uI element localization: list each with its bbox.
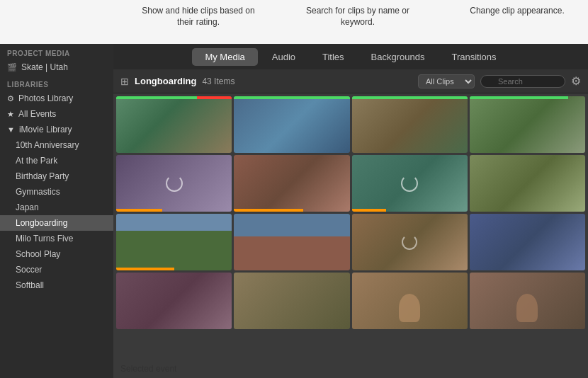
clips-row-2: [116, 155, 585, 212]
clip-item[interactable]: [234, 155, 349, 212]
project-item-label: Skate | Utah: [21, 62, 68, 72]
tab-bar: My Media Audio Titles Backgrounds Transi…: [113, 44, 588, 69]
school-play-label: School Play: [16, 249, 60, 259]
clip-item[interactable]: [470, 214, 585, 270]
clips-row-1: [116, 96, 585, 153]
sidebar-item-soccer[interactable]: Soccer: [0, 262, 113, 277]
settings-icon[interactable]: ⚙: [571, 74, 581, 88]
tab-backgrounds[interactable]: Backgrounds: [358, 48, 438, 66]
loading-spinner: [166, 175, 183, 192]
sidebar-item-school-play[interactable]: School Play: [0, 246, 113, 262]
clip-item[interactable]: [116, 273, 232, 329]
tab-audio[interactable]: Audio: [259, 48, 308, 66]
clip-item[interactable]: [116, 155, 232, 212]
tab-my-media[interactable]: My Media: [192, 48, 257, 66]
selected-event-label: Selected event: [120, 364, 176, 374]
clip-item[interactable]: [352, 155, 468, 212]
sidebar-item-project[interactable]: 🎬 Skate | Utah: [0, 59, 113, 75]
green-bar: [352, 96, 468, 99]
at-the-park-label: At the Park: [16, 156, 57, 166]
photos-library-label: Photos Library: [18, 93, 73, 103]
loading-spinner: [401, 175, 418, 192]
green-bar: [234, 96, 349, 99]
sidebar-item-milo-turns-five[interactable]: Milo Turns Five: [0, 231, 113, 246]
rating-tooltip-text: Show and hide clips based on their ratin…: [142, 6, 254, 27]
orange-bar: [352, 209, 387, 212]
clip-item[interactable]: [352, 273, 468, 329]
sidebar-item-at-the-park[interactable]: At the Park: [0, 153, 113, 168]
clip-item[interactable]: [470, 155, 585, 212]
search-tooltip: Search for clips by name or keyword.: [301, 6, 414, 28]
japan-label: Japan: [16, 202, 39, 212]
longboarding-label: Longboarding: [16, 218, 67, 228]
search-wrapper: 🔍: [480, 75, 565, 88]
orange-bar: [116, 268, 174, 270]
tab-titles[interactable]: Titles: [310, 48, 357, 66]
loading-spinner: [402, 234, 417, 250]
appearance-tooltip: Change clip appearance.: [460, 6, 574, 17]
orange-bar: [116, 209, 162, 212]
clips-row-3: [116, 214, 585, 270]
10th-anniversary-label: 10th Anniversary: [16, 140, 79, 150]
tooltip-bar: Show and hide clips based on their ratin…: [0, 0, 588, 44]
sidebar-item-10th-anniversary[interactable]: 10th Anniversary: [0, 137, 113, 153]
project-media-label: PROJECT MEDIA: [0, 44, 113, 59]
tab-transitions[interactable]: Transitions: [439, 48, 509, 66]
sidebar-item-softball[interactable]: Softball: [0, 277, 113, 293]
grid-view-icon[interactable]: ⊞: [120, 76, 129, 87]
soccer-label: Soccer: [16, 265, 42, 275]
imovie-library-label: iMovie Library: [19, 125, 72, 134]
clip-item[interactable]: [234, 96, 349, 153]
main-content: ⊞ Longboarding 43 Items All Clips Favori…: [113, 69, 588, 378]
clip-item[interactable]: [116, 96, 232, 153]
red-bar: [197, 96, 232, 99]
sidebar: PROJECT MEDIA 🎬 Skate | Utah LIBRARIES ⚙…: [0, 44, 113, 378]
softball-label: Softball: [16, 280, 44, 290]
sidebar-item-photos-library[interactable]: ⚙ Photos Library: [0, 91, 113, 106]
milo-turns-five-label: Milo Turns Five: [16, 234, 73, 244]
clip-item[interactable]: [352, 214, 468, 270]
content-count: 43 Items: [202, 76, 234, 86]
gymnastics-label: Gymnastics: [16, 187, 60, 197]
green-bar: [470, 96, 568, 99]
orange-bar: [234, 209, 303, 212]
clip-item[interactable]: [116, 214, 232, 270]
clip-item[interactable]: [352, 96, 468, 153]
all-events-label: All Events: [18, 109, 56, 119]
clip-item[interactable]: [234, 273, 349, 329]
clip-item[interactable]: [470, 96, 585, 153]
libraries-label: LIBRARIES: [0, 75, 113, 91]
appearance-tooltip-text: Change clip appearance.: [470, 6, 564, 16]
content-title: Longboarding: [135, 76, 196, 86]
filter-select[interactable]: All Clips Favorites Rejected: [418, 74, 475, 88]
search-tooltip-text: Search for clips by name or keyword.: [306, 6, 409, 27]
sidebar-item-birthday-party[interactable]: Birthday Party: [0, 168, 113, 184]
triangle-icon: ▼: [7, 125, 15, 134]
sidebar-item-all-events[interactable]: ★ All Events: [0, 106, 113, 122]
birthday-party-label: Birthday Party: [16, 171, 69, 181]
star-icon: ★: [7, 110, 14, 119]
clip-item[interactable]: [470, 273, 585, 329]
rating-tooltip: Show and hide clips based on their ratin…: [142, 6, 255, 28]
clips-area: [113, 93, 588, 378]
clips-row-4: [116, 273, 585, 329]
clip-item[interactable]: [234, 214, 349, 270]
film-icon: 🎬: [7, 63, 17, 72]
search-input[interactable]: [480, 75, 565, 88]
green-bar: [116, 96, 197, 99]
content-header: ⊞ Longboarding 43 Items All Clips Favori…: [113, 69, 588, 93]
sidebar-item-imovie-library[interactable]: ▼ iMovie Library: [0, 122, 113, 137]
photos-icon: ⚙: [7, 94, 14, 103]
sidebar-item-japan[interactable]: Japan: [0, 200, 113, 215]
sidebar-item-longboarding[interactable]: Longboarding: [0, 215, 113, 231]
sidebar-item-gymnastics[interactable]: Gymnastics: [0, 184, 113, 200]
